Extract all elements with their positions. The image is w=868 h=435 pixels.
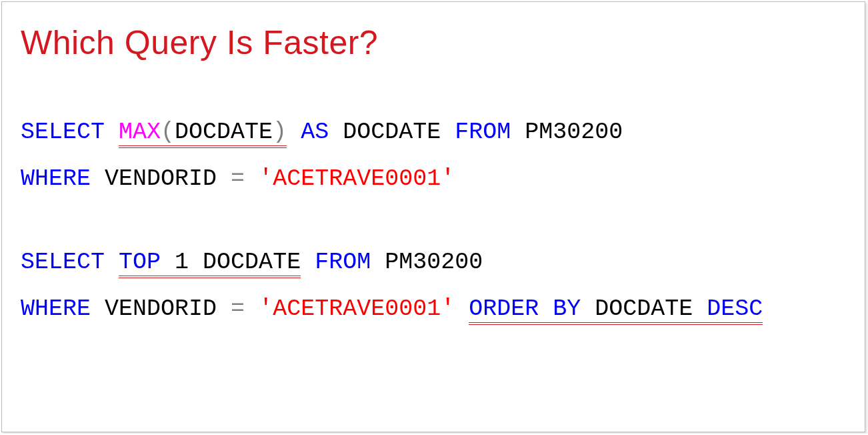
order-col: DOCDATE	[595, 296, 693, 322]
table-name: PM30200	[525, 119, 623, 145]
query-2: SELECT TOP 1 DOCDATE FROM PM30200 WHERE …	[21, 239, 846, 332]
kw-select: SELECT	[21, 249, 105, 276]
col-docdate: DOCDATE	[203, 249, 301, 276]
op-eq: =	[231, 165, 245, 192]
kw-where: WHERE	[21, 296, 91, 322]
top-clause: TOP 1 DOCDATE	[119, 249, 301, 278]
col-docdate: DOCDATE	[175, 119, 273, 145]
col-vendorid: VENDORID	[105, 296, 217, 322]
kw-where: WHERE	[21, 165, 91, 192]
top-n: 1	[175, 249, 189, 276]
order-clause: ORDER BY DOCDATE DESC	[469, 296, 763, 325]
str-vendor: 'ACETRAVE0001'	[259, 296, 455, 322]
query-1: SELECT MAX(DOCDATE) AS DOCDATE FROM PM30…	[21, 109, 846, 202]
max-call: MAX(DOCDATE)	[119, 119, 287, 148]
slide-title: Which Query Is Faster?	[21, 23, 846, 62]
lparen: (	[161, 119, 175, 145]
rparen: )	[273, 119, 287, 145]
kw-order: ORDER	[469, 296, 539, 322]
table-name: PM30200	[385, 249, 483, 276]
kw-as: AS	[301, 119, 329, 145]
col-vendorid: VENDORID	[105, 165, 217, 192]
str-vendor: 'ACETRAVE0001'	[259, 165, 455, 192]
kw-max: MAX	[119, 119, 161, 145]
alias-docdate: DOCDATE	[343, 119, 441, 145]
kw-from: FROM	[315, 249, 371, 276]
kw-select: SELECT	[21, 119, 105, 145]
kw-desc: DESC	[707, 296, 763, 322]
op-eq: =	[231, 296, 245, 322]
kw-from: FROM	[455, 119, 511, 145]
kw-top: TOP	[119, 249, 161, 276]
kw-by: BY	[553, 296, 581, 322]
slide: Which Query Is Faster? SELECT MAX(DOCDAT…	[1, 1, 865, 432]
